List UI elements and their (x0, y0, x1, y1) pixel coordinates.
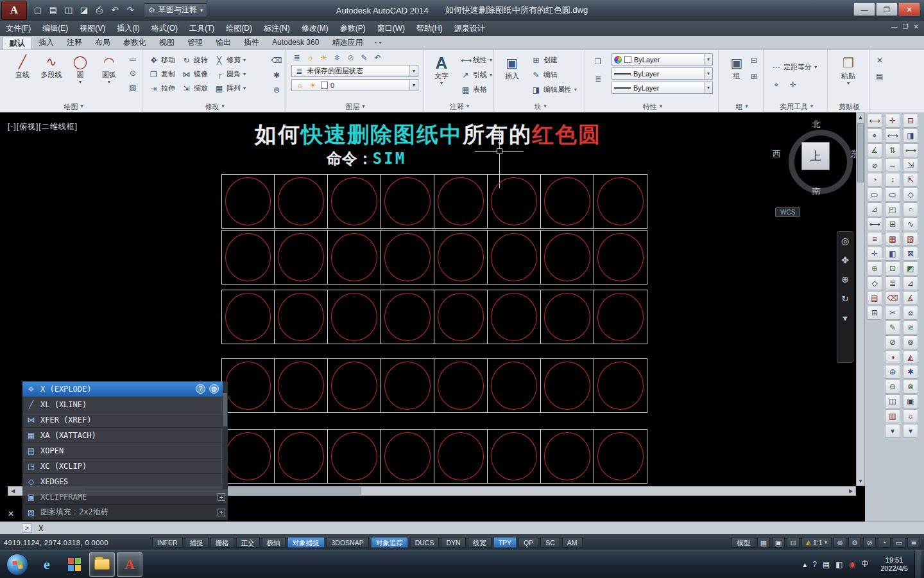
grid-tile[interactable] (381, 230, 434, 285)
toolbar-icon[interactable]: ⊕ (885, 365, 900, 379)
toolbar-icon[interactable]: ◧ (885, 247, 900, 261)
toolbar-icon[interactable]: ⊿ (867, 202, 882, 216)
toggle-3DOSNAP[interactable]: 3DOSNAP (327, 537, 369, 548)
toolbar-icon[interactable]: ✱ (903, 365, 918, 379)
autocomplete-item[interactable]: ◇XEDGES (22, 474, 228, 489)
ribbon-tab[interactable]: 视图 (153, 36, 181, 49)
ribbon-tab[interactable]: 精选应用 (325, 36, 369, 49)
viewcube-top-face[interactable]: 上 (801, 142, 830, 170)
layer-freeze-icon[interactable]: ❄ (332, 53, 343, 63)
help-icon[interactable]: ? (196, 384, 205, 394)
autocomplete-item[interactable]: ▤XOPEN (22, 443, 228, 459)
document-tray-icon[interactable]: ▤ (823, 560, 830, 569)
autocomplete-item[interactable]: ⋈XFER (XREF) (22, 412, 228, 428)
grid-tile[interactable] (221, 429, 275, 484)
toolbar-icon[interactable]: ☼ (903, 409, 918, 423)
ribbon-tab[interactable]: 注释 (60, 36, 89, 49)
toolbar-icon[interactable]: ⊕ (867, 261, 882, 276)
tool-复制[interactable]: ❐复制 (147, 67, 177, 81)
doc-minimize-button[interactable]: — (891, 23, 898, 30)
ribbon-display-toggle[interactable]: ◔ ▾ (373, 36, 381, 49)
measure-icon[interactable]: ⌖ (771, 80, 782, 91)
text-tool-button[interactable]: A 文字 ▾ (428, 53, 455, 86)
bulb-on-icon[interactable]: ☼ (295, 80, 305, 91)
grid-tile[interactable] (488, 290, 541, 344)
vertical-scroll-thumb[interactable] (857, 123, 864, 182)
toolbar-icon[interactable]: ⟷ (867, 114, 882, 128)
menu-item[interactable]: 插入(I) (111, 21, 145, 36)
toolbar-icon[interactable]: ⌀ (903, 306, 918, 320)
layer-prev-icon[interactable]: ↶ (372, 53, 383, 63)
grid-tile[interactable] (434, 429, 488, 484)
command-bar[interactable]: > X (0, 521, 924, 534)
redo-icon[interactable]: ↷ (123, 3, 137, 17)
ribbon-tab[interactable]: 布局 (89, 36, 117, 49)
layer-lock-icon[interactable]: ⊘ (345, 53, 356, 63)
grid-tile[interactable] (381, 290, 434, 344)
layout-grid-icon[interactable]: ▦ (757, 537, 770, 548)
expand-plus-icon[interactable]: + (218, 493, 225, 501)
plot-icon[interactable]: ⎙ (92, 3, 107, 17)
grid-tile[interactable] (541, 358, 594, 413)
layer-match-icon[interactable]: ✎ (359, 53, 370, 63)
toolbar-icon[interactable]: ◔ (867, 173, 882, 187)
annotation-autoscale-icon[interactable]: ⊕ (834, 537, 846, 548)
undo-icon[interactable]: ↶ (108, 3, 122, 17)
toggle-INFER[interactable]: INFER (152, 537, 183, 548)
toggle-SC[interactable]: SC (540, 537, 560, 548)
panel-footer-utilities[interactable]: 实用工具 ▾ (766, 101, 827, 112)
grid-tile[interactable] (381, 429, 434, 484)
panel-footer-block[interactable]: 块 ▾ (496, 101, 585, 112)
ribbon-tab[interactable]: 插入 (32, 36, 60, 49)
alert-tray-icon[interactable]: ◉ (849, 560, 855, 569)
menu-item[interactable]: 格式(O) (146, 21, 184, 36)
panel-footer-clipboard[interactable]: 剪贴板 (830, 101, 869, 112)
expand-plus-icon[interactable]: + (218, 509, 225, 516)
erase-icon[interactable]: ⌫ (271, 55, 282, 66)
toolbar-icon[interactable]: ◩ (903, 261, 918, 276)
grid-tile[interactable] (275, 429, 328, 484)
maximize-button[interactable]: ❐ (876, 3, 898, 16)
menu-item[interactable]: 绘图(D) (220, 21, 258, 36)
menu-item[interactable]: 标注(N) (258, 21, 296, 36)
scroll-up-icon[interactable]: ▲ (857, 114, 864, 120)
toggle-DUCS[interactable]: DUCS (410, 537, 440, 548)
grid-tile[interactable] (594, 358, 647, 413)
toolbar-icon[interactable]: ◫ (885, 394, 900, 408)
nav-wheel-icon[interactable]: ◎ (841, 236, 849, 246)
toggle-AM[interactable]: AM (562, 537, 583, 548)
tool-拉伸[interactable]: ⇥拉伸 (147, 82, 177, 95)
grid-tile[interactable] (221, 358, 275, 413)
property-dropdown[interactable]: ByLayer▾ (612, 53, 713, 66)
show-hidden-icons[interactable]: ▴ (803, 560, 807, 569)
tool-引线[interactable]: ↗引线▾ (459, 68, 494, 82)
toolbar-icon[interactable]: ⌖ (867, 128, 882, 143)
app-menu-button[interactable]: A (1, 1, 27, 20)
quick-view-layouts-icon[interactable]: ▣ (772, 537, 785, 548)
toolbar-icon[interactable]: ⊡ (885, 261, 900, 276)
ribbon-tab[interactable]: 插件 (237, 36, 266, 49)
sun-icon[interactable]: ☀ (307, 80, 318, 91)
toggle-TPY[interactable]: TPY (493, 537, 517, 548)
open-file-icon[interactable]: ▤ (46, 3, 60, 17)
help-tray-icon[interactable]: ? (812, 560, 817, 569)
annotation-scale-control[interactable]: ◭ 1:1 ▾ (801, 537, 832, 548)
ribbon-help-icon[interactable]: ▤ (874, 71, 886, 82)
ellipse-icon[interactable]: ⊙ (127, 68, 139, 79)
panel-footer-layers[interactable]: 图层 ▾ (287, 101, 423, 112)
ime-language-icon[interactable]: 中 (861, 559, 869, 570)
viewcube-south-label[interactable]: 南 (783, 186, 850, 197)
grid-tile[interactable] (275, 174, 328, 229)
grid-tile[interactable] (381, 174, 434, 229)
offset-icon[interactable]: ⊚ (271, 85, 282, 96)
grid-tile[interactable] (541, 230, 594, 285)
show-desktop-button[interactable] (914, 550, 921, 578)
panel-footer-group[interactable]: 组 ▾ (721, 101, 763, 112)
tool-多段线[interactable]: ∿多段线 (38, 51, 65, 85)
panel-footer-draw[interactable]: 绘图 ▾ (5, 101, 142, 112)
grid-tile[interactable] (594, 429, 647, 484)
grid-tile[interactable] (221, 174, 275, 229)
grid-tile[interactable] (488, 429, 541, 484)
orbit-icon[interactable]: ↻ (841, 293, 849, 304)
paste-button[interactable]: ❐ 粘贴 ▾ (835, 53, 862, 86)
